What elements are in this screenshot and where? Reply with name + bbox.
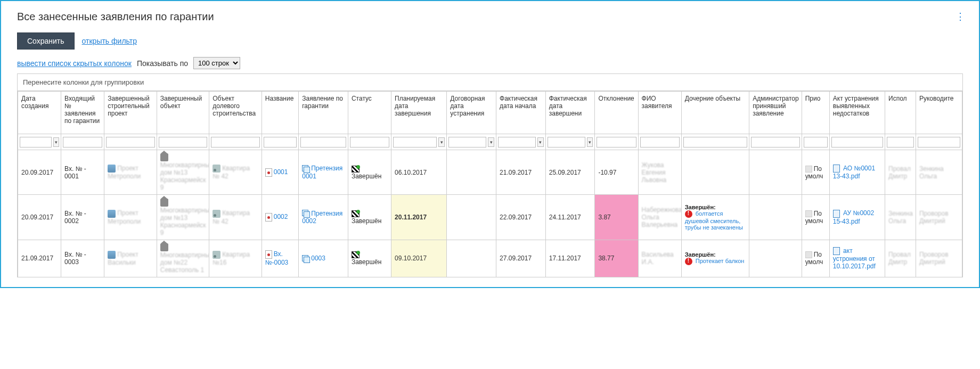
- group-by-bar[interactable]: Перенесите колонки для группировки: [17, 73, 963, 91]
- name-link[interactable]: 0002: [274, 213, 288, 220]
- column-header[interactable]: Заявление по гарантии: [299, 92, 348, 134]
- filter-cell[interactable]: [885, 134, 916, 150]
- column-header[interactable]: Администратор принявший заявление: [749, 92, 802, 134]
- filter-dropdown-icon[interactable]: ▾: [537, 137, 544, 147]
- column-header[interactable]: Дочерние объекты: [681, 92, 749, 134]
- name-link[interactable]: 0001: [274, 168, 288, 176]
- filter-cell[interactable]: [638, 134, 681, 150]
- column-header[interactable]: Акт устранения выявленных недостатков: [829, 92, 885, 134]
- filter-input[interactable]: [804, 137, 828, 147]
- column-header[interactable]: Отклонение: [595, 92, 638, 134]
- project-icon: [108, 251, 116, 259]
- plan-end-date: 06.10.2017: [395, 169, 427, 176]
- applicant-name: Васильева И.А.: [642, 251, 674, 266]
- filter-cell[interactable]: ▾: [496, 134, 546, 150]
- unit-icon: [213, 210, 220, 218]
- filter-input[interactable]: [498, 137, 536, 147]
- page-title: Все занесенные заявления по гарантии: [17, 11, 963, 23]
- filter-cell[interactable]: ▾: [545, 134, 595, 150]
- date-created: 20.09.2017: [21, 214, 53, 221]
- filter-input[interactable]: [159, 137, 208, 147]
- filter-input[interactable]: [211, 137, 260, 147]
- filter-cell[interactable]: [916, 134, 962, 150]
- filter-input[interactable]: [831, 137, 883, 147]
- filter-input[interactable]: [448, 137, 486, 147]
- filter-input[interactable]: [106, 137, 155, 147]
- column-header[interactable]: Завершенный строительный проект: [104, 92, 157, 134]
- filter-input[interactable]: [597, 137, 636, 147]
- filter-cell[interactable]: [595, 134, 638, 150]
- column-header[interactable]: Руководите: [916, 92, 962, 134]
- status-text: Завершён: [352, 258, 381, 266]
- status-icon: [352, 251, 360, 258]
- fact-start-date: 21.09.2017: [500, 169, 532, 176]
- column-header[interactable]: Фактическая дата завершени: [545, 92, 595, 134]
- object-link[interactable]: Многоквартирный дом №13 Красноармейск 9: [160, 161, 209, 191]
- filter-cell[interactable]: ▾: [18, 134, 61, 150]
- filter-input[interactable]: [63, 137, 102, 147]
- filter-dropdown-icon[interactable]: ▾: [488, 137, 494, 147]
- fact-start-date: 27.09.2017: [500, 255, 532, 262]
- building-icon: [160, 199, 168, 207]
- project-icon: [108, 165, 116, 173]
- column-header[interactable]: Завершенный объект: [157, 92, 209, 134]
- filter-input[interactable]: [887, 137, 914, 147]
- page-size-select[interactable]: 100 строк: [193, 57, 240, 69]
- filter-input[interactable]: [548, 137, 585, 147]
- filter-input[interactable]: [350, 137, 389, 147]
- column-header[interactable]: Прио: [802, 92, 829, 134]
- filter-cell[interactable]: [61, 134, 104, 150]
- filter-input[interactable]: [20, 137, 52, 147]
- column-header[interactable]: Дата создания: [18, 92, 61, 134]
- filter-cell[interactable]: [299, 134, 348, 150]
- filter-cell[interactable]: [749, 134, 802, 150]
- filter-input[interactable]: [640, 137, 680, 147]
- column-header[interactable]: Название: [262, 92, 299, 134]
- child-object: Завершён: Протекает балкон: [685, 251, 746, 265]
- column-header[interactable]: ФИО заявителя: [638, 92, 681, 134]
- column-header[interactable]: Фактическая дата начала: [496, 92, 546, 134]
- filter-cell[interactable]: [681, 134, 749, 150]
- warning-icon: [685, 258, 692, 265]
- incoming-number: Вх. № - 0003: [64, 251, 86, 266]
- filter-cell[interactable]: ▾: [447, 134, 496, 150]
- object-link[interactable]: Многоквартирный дом №22 Севастополь 1: [160, 251, 209, 274]
- filter-cell[interactable]: [348, 134, 391, 150]
- executor-name: Провал Дмитр: [888, 251, 911, 266]
- column-header[interactable]: Планируемая дата завершения: [391, 92, 447, 134]
- applicant-name: Жукова Евгения Львовна: [642, 161, 667, 184]
- claim-link[interactable]: 0003: [311, 255, 325, 262]
- filter-input[interactable]: [918, 137, 960, 147]
- manager-name: Проворов Дмитрий: [919, 251, 949, 266]
- show-hidden-columns-link[interactable]: вывести список скрытых колонок: [17, 59, 132, 68]
- filter-cell[interactable]: [829, 134, 885, 150]
- filter-cell[interactable]: [262, 134, 299, 150]
- filter-dropdown-icon[interactable]: ▾: [438, 137, 445, 147]
- priority-icon: [805, 166, 812, 173]
- column-header[interactable]: Испол: [885, 92, 916, 134]
- filter-cell[interactable]: [104, 134, 157, 150]
- filter-input[interactable]: [300, 137, 346, 147]
- filter-input[interactable]: [683, 137, 747, 147]
- column-header[interactable]: Статус: [348, 92, 391, 134]
- filter-cell[interactable]: ▾: [391, 134, 447, 150]
- column-header[interactable]: Входящий № заявления по гарантии: [61, 92, 104, 134]
- kebab-menu-icon[interactable]: ⋮: [956, 12, 965, 21]
- filter-input[interactable]: [393, 137, 437, 147]
- filter-dropdown-icon[interactable]: ▾: [53, 137, 59, 147]
- filter-input[interactable]: [751, 137, 800, 147]
- child-link[interactable]: Протекает балкон: [696, 258, 745, 264]
- filter-cell[interactable]: [209, 134, 262, 150]
- filter-cell[interactable]: [157, 134, 209, 150]
- save-button[interactable]: Сохранить: [17, 32, 75, 50]
- table-row: 20.09.2017Вх. № - 0001Проект МетрополиМн…: [18, 150, 962, 195]
- filter-dropdown-icon[interactable]: ▾: [587, 137, 593, 147]
- filter-cell[interactable]: [802, 134, 829, 150]
- object-link[interactable]: Многоквартирный дом №13 Красноармейск 9: [160, 207, 209, 236]
- filter-input[interactable]: [264, 137, 297, 147]
- open-filter-link[interactable]: открыть фильтр: [82, 37, 137, 45]
- column-header[interactable]: Договорная дата устранения: [447, 92, 496, 134]
- child-link[interactable]: болтается душевой смеситель, трубы не за…: [685, 210, 743, 231]
- status-icon: [352, 210, 360, 217]
- column-header[interactable]: Объект долевого строительства: [209, 92, 262, 134]
